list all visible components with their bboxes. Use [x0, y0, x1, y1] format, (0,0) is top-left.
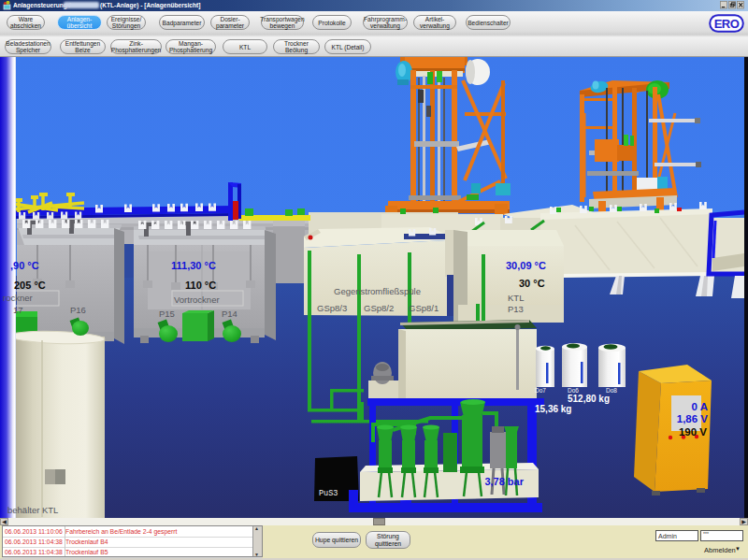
- svg-text:190 V: 190 V: [679, 426, 707, 438]
- svg-text:512,80 kg: 512,80 kg: [568, 394, 610, 404]
- svg-text:P13: P13: [508, 304, 524, 314]
- svg-text:GSp8/1: GSp8/1: [409, 303, 439, 313]
- svg-text:rockner: rockner: [3, 293, 33, 303]
- svg-text:30 °C: 30 °C: [519, 278, 545, 289]
- svg-text:205 °C: 205 °C: [14, 280, 46, 291]
- svg-text:Do7: Do7: [535, 387, 546, 394]
- svg-text:Do8: Do8: [606, 387, 617, 394]
- svg-text:P16: P16: [70, 305, 86, 315]
- svg-text:Vortrockner: Vortrockner: [174, 294, 220, 305]
- svg-text:GSp8/2: GSp8/2: [364, 303, 394, 313]
- svg-text:3,78 bar: 3,78 bar: [484, 476, 524, 487]
- svg-text:0 A: 0 A: [692, 401, 708, 412]
- svg-text:GSp8/3: GSp8/3: [317, 303, 347, 313]
- svg-text:P14: P14: [222, 309, 237, 319]
- svg-text:110 °C: 110 °C: [185, 280, 216, 291]
- svg-text:P15: P15: [159, 309, 175, 319]
- svg-text:,90 °C: ,90 °C: [10, 260, 39, 271]
- svg-text:15,36 kg: 15,36 kg: [535, 404, 571, 414]
- svg-text:30,09 °C: 30,09 °C: [506, 260, 546, 271]
- svg-text:ERO: ERO: [714, 17, 740, 31]
- svg-text:17: 17: [13, 305, 23, 315]
- svg-text:Do6: Do6: [568, 387, 579, 394]
- svg-text:behälter KTL: behälter KTL: [7, 505, 58, 515]
- svg-text:Gegenstromfließspüle: Gegenstromfließspüle: [334, 286, 421, 296]
- svg-text:KTL: KTL: [508, 293, 524, 303]
- svg-text:1,86 V: 1,86 V: [677, 413, 709, 424]
- svg-text:111,30 °C: 111,30 °C: [171, 260, 216, 271]
- svg-text:PuS3: PuS3: [319, 489, 338, 498]
